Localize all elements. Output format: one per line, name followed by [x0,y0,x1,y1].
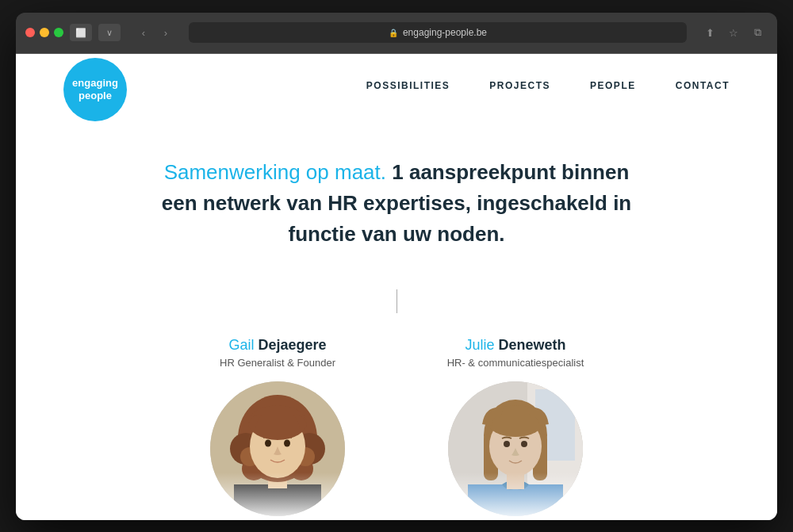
hero-section: Samenwerking op maat. 1 aanspreekpunt bi… [16,117,777,274]
svg-point-12 [265,439,271,446]
nav-arrows: ‹ › [133,24,176,41]
svg-rect-2 [234,484,321,516]
page-content: engaging people POSSIBILITIES PROJECTS P… [16,54,777,520]
minimize-button[interactable] [40,28,49,37]
person-card-gail: Gail Dejaegere HR Generalist & Founder [190,337,365,516]
forward-button[interactable]: › [155,24,176,41]
logo-text: engaging people [72,77,118,101]
nav-projects[interactable]: PROJECTS [489,80,550,91]
bio-row: Ik richtte in 2012 Engaging People op va… [16,516,777,520]
julie-name: Julie Deneweth [465,337,565,354]
url-text: engaging-people.be [403,27,487,38]
nav-contact[interactable]: CONTACT [676,80,730,91]
svg-point-14 [248,405,307,440]
gail-name: Gail Dejaegere [228,337,326,354]
gail-title: HR Generalist & Founder [220,357,335,369]
site-nav: POSSIBILITIES PROJECTS PEOPLE CONTACT [366,80,730,91]
lock-icon: 🔒 [389,29,398,37]
julie-photo [448,381,583,516]
address-bar[interactable]: 🔒 engaging-people.be [189,22,687,43]
svg-point-25 [504,441,510,447]
browser-actions: ⬆ ☆ ⧉ [699,24,768,41]
fullscreen-button[interactable] [54,28,63,37]
traffic-lights [25,28,63,37]
tab-menu[interactable]: ∨ [98,24,121,41]
logo[interactable]: engaging people [63,58,127,121]
site-header: engaging people POSSIBILITIES PROJECTS P… [16,54,777,117]
share-button[interactable]: ⬆ [699,24,720,41]
sidebar-toggle[interactable]: ⬜ [70,24,92,41]
nav-people[interactable]: PEOPLE [590,80,636,91]
svg-point-13 [284,439,290,446]
julie-title: HR- & communicatiespecialist [447,357,584,369]
person-card-julie: Julie Deneweth HR- & communicatiespecial… [428,337,603,516]
nav-possibilities[interactable]: POSSIBILITIES [366,80,450,91]
close-button[interactable] [25,28,35,37]
svg-point-26 [521,441,527,447]
browser-window: ⬜ ∨ ‹ › 🔒 engaging-people.be ⬆ ☆ ⧉ engag… [16,13,777,520]
hero-title: Samenwerking op maat. 1 aanspreekpunt bi… [159,157,634,250]
tabs-button[interactable]: ⧉ [747,24,768,41]
bookmark-button[interactable]: ☆ [723,24,744,41]
people-section: Gail Dejaegere HR Generalist & Founder [16,329,777,516]
browser-chrome: ⬜ ∨ ‹ › 🔒 engaging-people.be ⬆ ☆ ⧉ [16,13,777,54]
back-button[interactable]: ‹ [133,24,154,41]
hero-highlight: Samenwerking op maat. [164,160,386,184]
divider [396,289,397,313]
gail-photo [210,381,345,516]
